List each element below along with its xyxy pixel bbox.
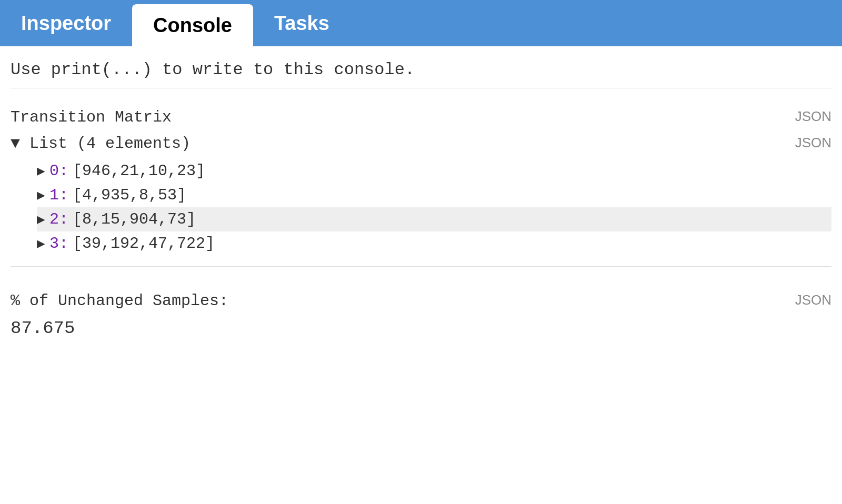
tab-console[interactable]: Console: [132, 4, 253, 46]
unchanged-samples-json-badge[interactable]: JSON: [795, 292, 831, 308]
tree-item-2-value: [8,15,904,73]: [73, 210, 196, 228]
tab-inspector[interactable]: Inspector: [0, 0, 132, 46]
list-header-label[interactable]: ▼ List (4 elements): [11, 135, 191, 153]
transition-matrix-label: Transition Matrix: [11, 108, 172, 126]
unchanged-samples-row: % of Unchanged Samples: JSON: [11, 288, 831, 314]
tree-item-1[interactable]: ▶ 1: [4,935,8,53]: [37, 183, 831, 207]
tree-item-1-content: ▶ 1: [4,935,8,53]: [37, 186, 831, 204]
tree-item-1-arrow: ▶: [37, 187, 47, 204]
unchanged-samples-section: % of Unchanged Samples: JSON 87.675: [11, 283, 831, 338]
tree-item-0-value: [946,21,10,23]: [73, 162, 205, 180]
tree-item-3[interactable]: ▶ 3: [39,192,47,722]: [37, 231, 831, 256]
transition-matrix-row: Transition Matrix JSON: [11, 104, 831, 130]
transition-matrix-section: Transition Matrix JSON ▼ List (4 element…: [11, 104, 831, 267]
tab-tasks[interactable]: Tasks: [253, 0, 350, 46]
list-header-row: ▼ List (4 elements) JSON: [11, 130, 831, 157]
tree-container: ▶ 0: [946,21,10,23] ▶ 1: [4,935,8,53] ▶ …: [11, 159, 831, 256]
tree-item-2-index: 2:: [49, 210, 68, 228]
tree-item-3-content: ▶ 3: [39,192,47,722]: [37, 235, 831, 253]
tree-item-0-arrow: ▶: [37, 163, 47, 179]
tree-item-1-index: 1:: [49, 186, 68, 204]
tree-item-2-content: ▶ 2: [8,15,904,73]: [37, 210, 831, 228]
tree-item-1-value: [4,935,8,53]: [73, 186, 186, 204]
hint-text: Use print(...) to write to this console.: [11, 59, 831, 88]
tree-item-3-arrow: ▶: [37, 235, 47, 252]
unchanged-samples-value: 87.675: [11, 318, 831, 338]
unchanged-samples-label: % of Unchanged Samples:: [11, 292, 228, 310]
list-json-badge[interactable]: JSON: [795, 135, 831, 151]
tree-item-2-arrow: ▶: [37, 211, 47, 228]
tree-item-2[interactable]: ▶ 2: [8,15,904,73]: [37, 207, 831, 231]
tree-item-0-index: 0:: [49, 162, 68, 180]
transition-matrix-json-badge[interactable]: JSON: [795, 108, 831, 125]
tree-item-0[interactable]: ▶ 0: [946,21,10,23]: [37, 159, 831, 183]
tab-bar: Inspector Console Tasks: [0, 0, 842, 46]
console-content: Use print(...) to write to this console.…: [0, 46, 842, 349]
tree-item-0-content: ▶ 0: [946,21,10,23]: [37, 162, 831, 180]
tree-item-3-index: 3:: [49, 235, 68, 253]
tree-item-3-value: [39,192,47,722]: [73, 235, 215, 253]
